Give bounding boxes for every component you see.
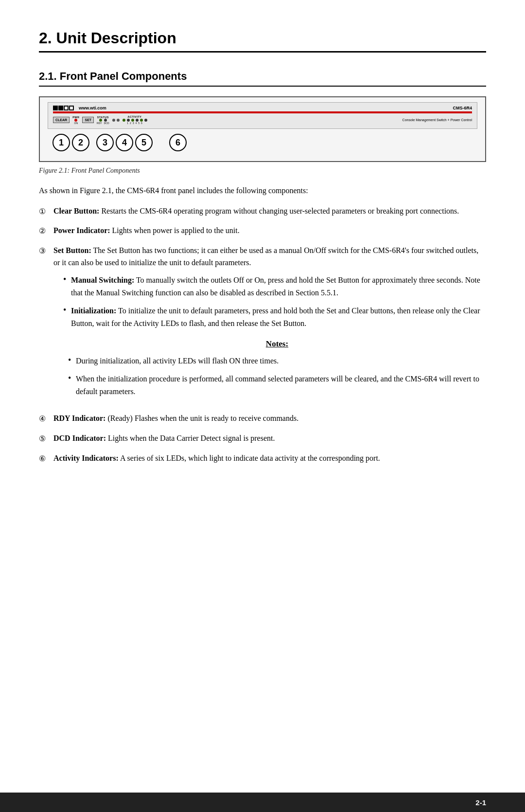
note-text-2: When the initialization procedure is per…: [76, 373, 486, 397]
desc-item-2: ② Power Indicator: Lights when power is …: [39, 224, 486, 237]
front-panel-diagram: www.wti.com CMS-6R4 CLEAR PWR ON: [39, 96, 486, 162]
panel-top-bar: www.wti.com CMS-6R4: [53, 106, 472, 110]
set-btn: SET: [82, 117, 94, 123]
panel-right-label: Console Management Switch + Power Contro…: [402, 118, 472, 122]
description-list: ① Clear Button: Restarts the CMS-6R4 ope…: [39, 205, 486, 465]
bullet-item-1: • Manual Switching: To manually switch t…: [63, 274, 486, 299]
separator-dots: [112, 119, 120, 122]
note-text-1: During initialization, all activity LEDs…: [76, 355, 279, 367]
pwr-indicator-group: PWR ON: [72, 116, 79, 125]
clear-btn: CLEAR: [53, 117, 70, 123]
status-sub-labels: RDY DCD: [97, 122, 109, 125]
desc-bold-4: RDY Indicator:: [53, 414, 105, 422]
notes-section: Notes: • During initialization, all acti…: [68, 337, 486, 397]
desc-text-2: Power Indicator: Lights when power is ap…: [53, 224, 486, 237]
dcd-label: DCD: [104, 122, 109, 125]
bullet-text-1: Manual Switching: To manually switch the…: [71, 274, 486, 299]
bullet-text-2: Initialization: To initialize the unit t…: [71, 305, 486, 329]
section-title: 2.1. Front Panel Components: [39, 70, 486, 87]
body-intro: As shown in Figure 2.1, the CMS-6R4 fron…: [39, 184, 486, 197]
note-item-2: • When the initialization procedure is p…: [68, 373, 486, 397]
logo-sq-1: [53, 106, 58, 110]
desc-bold-1: Clear Button:: [53, 207, 99, 215]
desc-num-4: ④: [39, 412, 53, 425]
desc-item-4: ④ RDY Indicator: (Ready) Flashes when th…: [39, 412, 486, 425]
note-dot-1: •: [68, 356, 76, 364]
clear-button-group: CLEAR: [53, 117, 70, 123]
desc-item-1: ① Clear Button: Restarts the CMS-6R4 ope…: [39, 205, 486, 218]
bullet-bold-1: Manual Switching:: [71, 276, 134, 284]
circle-6: 6: [169, 134, 187, 151]
circle-3: 3: [96, 134, 114, 151]
desc-item-6: ⑥ Activity Indicators: A series of six L…: [39, 452, 486, 465]
bullet-dot-1: •: [63, 275, 71, 284]
logo-sq-3: [64, 106, 69, 110]
desc-bold-3: Set Button:: [53, 246, 91, 254]
rdy-label: RDY: [97, 122, 102, 125]
circle-1: 1: [52, 134, 70, 151]
circle-5: 5: [135, 134, 153, 151]
notes-list: • During initialization, all activity LE…: [68, 355, 486, 398]
panel-logo: www.wti.com: [53, 106, 106, 110]
chapter-title: 2. Unit Description: [39, 29, 486, 53]
red-stripe: [53, 111, 472, 113]
page-footer: 2-1: [0, 793, 525, 812]
bullet-dot-2: •: [63, 306, 71, 314]
desc-text-4: RDY Indicator: (Ready) Flashes when the …: [53, 412, 486, 425]
figure-caption: Figure 2.1: Front Panel Components: [39, 167, 486, 175]
note-dot-2: •: [68, 374, 76, 382]
logo-sq-4: [69, 106, 74, 110]
desc-num-1: ①: [39, 205, 53, 218]
notes-title: Notes:: [68, 337, 486, 350]
bullet-item-2: • Initialization: To initialize the unit…: [63, 305, 486, 329]
activity-label: ACTIVITY: [127, 115, 141, 118]
desc-num-3: ③: [39, 244, 53, 257]
circle-2: 2: [72, 134, 89, 151]
circle-4: 4: [116, 134, 133, 151]
on-label: ON: [74, 122, 78, 125]
page-content: 2. Unit Description 2.1. Front Panel Com…: [0, 0, 525, 502]
panel-numbers-row: 1 2 3 4 5 6: [48, 129, 477, 153]
logo-squares: [53, 106, 74, 110]
page-number: 2-1: [475, 798, 486, 807]
activity-group: ACTIVITY 1 2 3 4 5: [122, 115, 147, 125]
set-button-group: SET: [82, 117, 94, 123]
panel-model: CMS-6R4: [453, 106, 472, 110]
note-item-1: • During initialization, all activity LE…: [68, 355, 486, 367]
desc-text-1: Clear Button: Restarts the CMS-6R4 opera…: [53, 205, 486, 217]
desc-num-5: ⑤: [39, 432, 53, 445]
desc-bold-2: Power Indicator:: [53, 226, 110, 235]
desc-text-5: DCD Indicator: Lights when the Data Carr…: [53, 432, 486, 445]
status-group: STATUS RDY DCD: [97, 116, 109, 125]
desc-bold-5: DCD Indicator:: [53, 434, 106, 442]
desc-item-3: ③ Set Button: The Set Button has two fun…: [39, 244, 486, 406]
panel-inner: www.wti.com CMS-6R4 CLEAR PWR ON: [48, 102, 477, 129]
activity-numbers: 1 2 3 4 5 6: [127, 122, 142, 125]
desc-num-2: ②: [39, 224, 53, 237]
bullet-bold-2: Initialization:: [71, 307, 116, 315]
logo-sq-2: [58, 106, 63, 110]
desc-bold-6: Activity Indicators:: [53, 454, 119, 462]
desc-item-5: ⑤ DCD Indicator: Lights when the Data Ca…: [39, 432, 486, 445]
desc-text-6: Activity Indicators: A series of six LED…: [53, 452, 486, 465]
set-bullet-list: • Manual Switching: To manually switch t…: [63, 274, 486, 329]
panel-website: www.wti.com: [79, 106, 106, 110]
desc-text-3: Set Button: The Set Button has two funct…: [53, 244, 486, 406]
desc-num-6: ⑥: [39, 452, 53, 465]
pwr-label: PWR: [72, 116, 79, 119]
